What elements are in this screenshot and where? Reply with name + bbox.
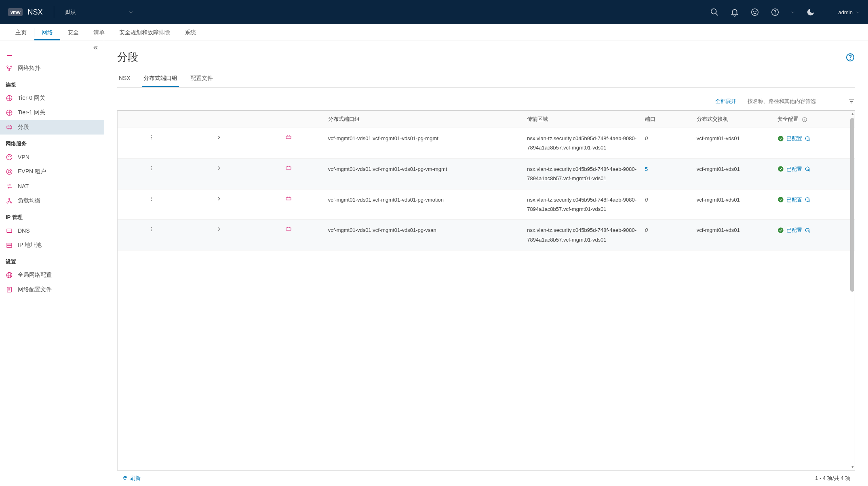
nav-home[interactable]: 主页 [8, 24, 34, 40]
row-actions-icon[interactable] [149, 196, 154, 202]
sidebar-item-evpn[interactable]: EVPN 租户 [0, 164, 104, 179]
nav-inventory[interactable]: 清单 [86, 24, 112, 40]
page-title: 分段 [117, 50, 138, 64]
expand-row-icon[interactable] [216, 135, 222, 140]
help-icon[interactable] [845, 53, 855, 62]
sidebar-item-label: NAT [18, 183, 29, 189]
info-icon[interactable] [802, 117, 807, 122]
workspace-label: 默认 [65, 8, 76, 16]
col-transport-zone[interactable]: 传输区域 [523, 111, 641, 128]
svg-point-39 [151, 200, 152, 201]
sidebar-item-global[interactable]: 全局网络配置 [0, 268, 104, 282]
sidebar-item-label: Tier-0 网关 [18, 95, 45, 102]
sidebar-group-connect: 连接 [0, 76, 104, 91]
sidebar-item-vpn[interactable]: VPN [0, 150, 104, 164]
cell-dvs: vcf-mgmt01-vds01 [693, 158, 774, 189]
refresh-row-icon[interactable] [805, 166, 810, 172]
nav-system[interactable]: 系统 [177, 24, 203, 40]
cell-dvs: vcf-mgmt01-vds01 [693, 220, 774, 250]
svg-rect-19 [7, 243, 12, 245]
gateway-icon [6, 95, 13, 102]
tab-portgroups[interactable]: 分布式端口组 [142, 72, 179, 87]
row-actions-icon[interactable] [149, 165, 154, 171]
row-actions-icon[interactable] [149, 135, 154, 140]
refresh-row-icon[interactable] [805, 197, 810, 202]
nav-network[interactable]: 网络 [34, 24, 60, 40]
scroll-thumb[interactable] [850, 118, 854, 292]
sidebar-item-overview[interactable] [0, 43, 104, 61]
sidebar-item-dns[interactable]: DNS [0, 223, 104, 238]
cell-ports: 0 [645, 197, 648, 203]
tab-profiles[interactable]: 配置文件 [189, 72, 215, 87]
col-dvs[interactable]: 分布式交换机 [693, 111, 774, 128]
vpn-icon [6, 154, 13, 161]
refresh-button[interactable]: 刷新 [122, 475, 141, 482]
svg-rect-35 [286, 167, 291, 169]
refresh-row-icon[interactable] [805, 227, 810, 233]
workspace-dropdown[interactable]: 默认 [65, 8, 133, 16]
cell-name: vcf-mgmt01-vds01.vcf-mgmt01-vds01-pg-vmo… [324, 189, 523, 220]
tab-nsx[interactable]: NSX [117, 72, 132, 87]
sidebar-item-tier0[interactable]: Tier-0 网关 [0, 91, 104, 105]
filter-icon[interactable] [848, 98, 855, 105]
status-label[interactable]: 已配置 [786, 134, 802, 143]
col-security[interactable]: 安全配置 [773, 111, 855, 128]
sidebar-item-label: DNS [18, 227, 30, 234]
bell-icon[interactable] [730, 8, 739, 17]
sidebar-item-topology[interactable]: 网络拓扑 [0, 61, 104, 76]
svg-point-5 [775, 14, 775, 14]
sidebar-item-label: 分段 [18, 124, 29, 131]
sidebar-item-tier1[interactable]: Tier-1 网关 [0, 105, 104, 120]
user-menu[interactable]: admin [839, 9, 860, 15]
header-actions: admin [710, 8, 860, 17]
cell-ports: 0 [645, 135, 648, 141]
nav-security[interactable]: 安全 [60, 24, 86, 40]
sidebar-item-ippool[interactable]: IP 地址池 [0, 238, 104, 252]
col-ports[interactable]: 端口 [641, 111, 693, 128]
cell-ports[interactable]: 5 [645, 166, 648, 172]
sidebar-item-nat[interactable]: NAT [0, 179, 104, 194]
face-icon[interactable] [750, 8, 759, 17]
portgroup-icon [285, 195, 292, 202]
svg-point-15 [9, 198, 10, 200]
table-scrollbar[interactable]: ▲ ▼ [850, 111, 855, 470]
search-icon[interactable] [710, 8, 719, 17]
svg-point-42 [151, 227, 152, 228]
svg-point-28 [151, 137, 152, 138]
cell-ports: 0 [645, 227, 648, 233]
row-actions-icon[interactable] [149, 226, 154, 232]
help-chevron-down-icon[interactable] [791, 10, 795, 14]
gateway-icon [6, 109, 13, 116]
moon-icon[interactable] [806, 8, 815, 17]
cell-dvs: vcf-mgmt01-vds01 [693, 128, 774, 159]
expand-row-icon[interactable] [216, 196, 222, 202]
sidebar-item-profile[interactable]: 网络配置文件 [0, 282, 104, 297]
svg-point-12 [6, 154, 12, 160]
help-icon[interactable] [771, 8, 780, 17]
expand-row-icon[interactable] [216, 165, 222, 171]
expand-all-link[interactable]: 全部展开 [715, 98, 736, 105]
status-label[interactable]: 已配置 [786, 225, 802, 235]
svg-point-16 [7, 202, 8, 203]
status-label[interactable]: 已配置 [786, 195, 802, 204]
filter-input[interactable] [748, 97, 841, 106]
expand-row-icon[interactable] [216, 226, 222, 232]
table-row: vcf-mgmt01-vds01.vcf-mgmt01-vds01-pg-vm-… [118, 158, 855, 189]
refresh-row-icon[interactable] [805, 136, 810, 141]
svg-point-33 [151, 168, 152, 168]
topology-icon [6, 65, 13, 72]
svg-point-29 [151, 139, 152, 139]
col-portgroup[interactable]: 分布式端口组 [324, 111, 523, 128]
nav-troubleshoot[interactable]: 安全规划和故障排除 [112, 24, 177, 40]
svg-point-38 [151, 198, 152, 199]
collapse-sidebar-button[interactable] [93, 44, 99, 52]
success-icon [777, 196, 784, 203]
success-icon [777, 135, 784, 142]
sidebar-item-segments[interactable]: 分段 [0, 120, 104, 135]
table-row: vcf-mgmt01-vds01.vcf-mgmt01-vds01-pg-vmo… [118, 189, 855, 220]
svg-rect-30 [286, 136, 291, 139]
sidebar-item-lb[interactable]: 负载均衡 [0, 194, 104, 208]
status-label[interactable]: 已配置 [786, 164, 802, 174]
svg-point-41 [778, 197, 784, 202]
svg-rect-18 [7, 229, 12, 233]
